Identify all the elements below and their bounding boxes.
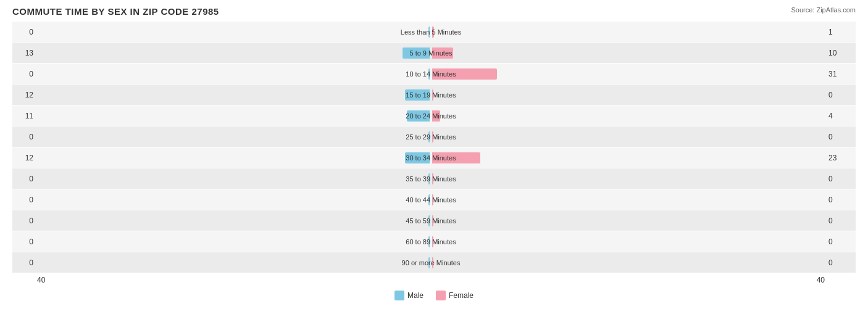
male-value: 11 — [12, 112, 37, 120]
female-bar-half — [431, 231, 825, 252]
table-row: 035 to 39 Minutes0 — [12, 168, 856, 189]
male-bar-half — [37, 64, 431, 84]
female-value: 0 — [825, 175, 856, 183]
male-value: 0 — [12, 133, 37, 141]
male-value: 0 — [12, 217, 37, 225]
table-row: 1120 to 24 Minutes4 — [12, 105, 856, 126]
female-bar-half — [431, 168, 825, 189]
male-bar-half — [37, 231, 431, 252]
legend-female-label: Female — [449, 291, 474, 300]
female-value: 0 — [825, 133, 856, 141]
male-value: 0 — [12, 70, 37, 78]
female-bar-half — [431, 85, 825, 105]
table-row: 090 or more Minutes0 — [12, 252, 856, 273]
legend-female: Female — [436, 291, 474, 300]
table-row: 045 to 59 Minutes0 — [12, 210, 856, 231]
female-value: 0 — [825, 237, 856, 246]
male-bar — [428, 194, 430, 205]
female-bar — [432, 27, 434, 38]
male-value: 0 — [12, 258, 37, 267]
female-bar — [432, 47, 453, 59]
legend-male-box — [394, 291, 404, 300]
male-bar — [405, 152, 430, 163]
male-value: 12 — [12, 91, 37, 99]
bars-area: 0Less than 5 Minutes1135 to 9 Minutes100… — [12, 22, 856, 275]
female-bar-half — [431, 126, 825, 147]
female-bar — [432, 110, 440, 122]
female-value: 23 — [825, 154, 856, 162]
male-bar — [405, 89, 430, 101]
legend-male-label: Male — [407, 291, 424, 300]
bar-group: 40 to 44 Minutes — [37, 189, 825, 210]
table-row: 0Less than 5 Minutes1 — [12, 22, 856, 42]
bar-group: 60 to 89 Minutes — [37, 231, 825, 252]
male-bar-half — [37, 105, 431, 126]
male-bar-half — [37, 126, 431, 147]
female-bar — [432, 194, 433, 205]
female-bar — [432, 152, 480, 163]
table-row: 025 to 29 Minutes0 — [12, 126, 856, 147]
male-value: 0 — [12, 28, 37, 36]
female-bar — [432, 68, 497, 80]
female-value: 10 — [825, 49, 856, 57]
male-value: 0 — [12, 175, 37, 183]
bar-group: 5 to 9 Minutes — [37, 43, 825, 63]
female-bar — [432, 131, 433, 142]
male-bar-half — [37, 147, 431, 168]
bar-group: 15 to 19 Minutes — [37, 85, 825, 105]
female-bar-half — [431, 22, 825, 42]
male-bar-half — [37, 189, 431, 210]
female-value: 0 — [825, 91, 856, 99]
legend-male: Male — [394, 291, 424, 300]
female-bar-half — [431, 252, 825, 273]
female-bar-half — [431, 105, 825, 126]
female-value: 0 — [825, 196, 856, 204]
male-value: 12 — [12, 154, 37, 162]
male-bar — [428, 131, 430, 142]
chart-container: COMMUTE TIME BY SEX IN ZIP CODE 27985 So… — [0, 0, 868, 322]
male-bar-half — [37, 22, 431, 42]
table-row: 060 to 89 Minutes0 — [12, 231, 856, 252]
bar-group: 30 to 34 Minutes — [37, 147, 825, 168]
male-bar — [428, 257, 430, 268]
bar-group: 10 to 14 Minutes — [37, 64, 825, 84]
male-value: 13 — [12, 49, 37, 57]
male-bar-half — [37, 43, 431, 63]
legend-female-box — [436, 291, 446, 300]
female-bar — [432, 173, 433, 184]
female-value: 1 — [825, 28, 856, 36]
legend: Male Female — [12, 291, 856, 300]
female-bar-half — [431, 147, 825, 168]
female-bar-half — [431, 210, 825, 231]
male-value: 0 — [12, 196, 37, 204]
male-value: 0 — [12, 237, 37, 246]
bar-group: Less than 5 Minutes — [37, 22, 825, 42]
table-row: 010 to 14 Minutes31 — [12, 64, 856, 84]
female-bar — [432, 215, 433, 226]
bar-group: 35 to 39 Minutes — [37, 168, 825, 189]
male-bar — [403, 47, 430, 59]
table-row: 1230 to 34 Minutes23 — [12, 147, 856, 168]
axis-right-val: 40 — [817, 276, 856, 284]
bar-group: 20 to 24 Minutes — [37, 105, 825, 126]
male-bar-half — [37, 252, 431, 273]
female-bar — [432, 236, 433, 247]
axis-left-val: 40 — [12, 276, 45, 284]
female-bar-half — [431, 43, 825, 63]
female-bar-half — [431, 189, 825, 210]
bar-group: 45 to 59 Minutes — [37, 210, 825, 231]
bar-group: 25 to 29 Minutes — [37, 126, 825, 147]
male-bar-half — [37, 210, 431, 231]
male-bar — [428, 236, 430, 247]
female-value: 0 — [825, 217, 856, 225]
male-bar — [428, 27, 430, 38]
female-bar — [432, 89, 433, 101]
table-row: 040 to 44 Minutes0 — [12, 189, 856, 210]
axis-labels: 40 40 — [12, 276, 856, 287]
source-label: Source: ZipAtlas.com — [791, 6, 856, 14]
table-row: 135 to 9 Minutes10 — [12, 43, 856, 63]
male-bar-half — [37, 168, 431, 189]
female-value: 4 — [825, 112, 856, 120]
male-bar-half — [37, 85, 431, 105]
male-bar — [428, 215, 430, 226]
